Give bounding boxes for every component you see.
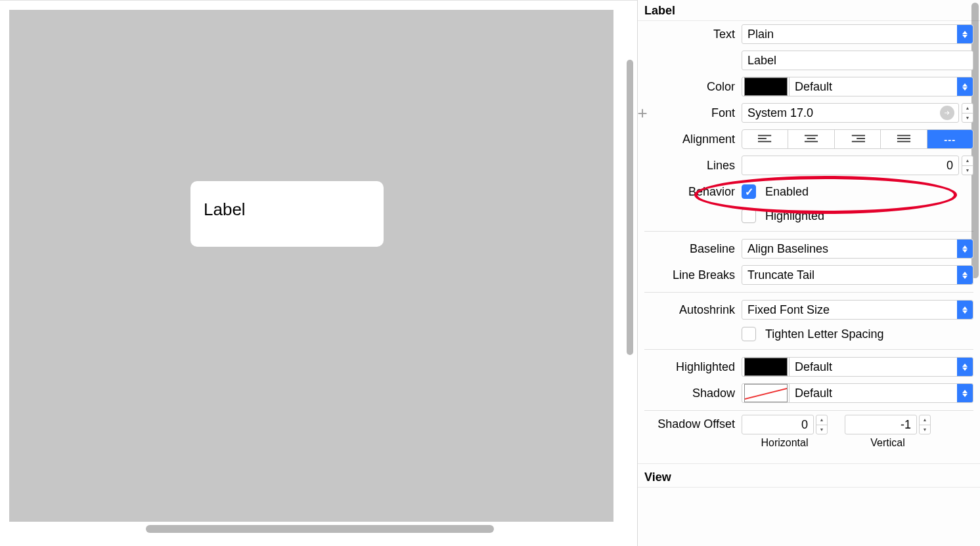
baseline-label: Baseline bbox=[643, 242, 742, 256]
canvas-vertical-scrollbar[interactable] bbox=[627, 60, 633, 355]
shadow-offset-label: Shadow Offset bbox=[643, 415, 742, 431]
text-style-popup[interactable]: Plain bbox=[742, 24, 973, 44]
highlighted-color-label: Highlighted bbox=[643, 360, 742, 374]
font-label: Font bbox=[643, 106, 742, 120]
color-swatch-icon bbox=[744, 77, 788, 96]
font-picker-icon[interactable] bbox=[940, 106, 954, 120]
shadow-offset-horizontal-sublabel: Horizontal bbox=[761, 437, 808, 449]
highlighted-color-picker[interactable]: Default bbox=[742, 357, 973, 377]
stepper-up-icon: ▲ bbox=[962, 156, 973, 166]
svg-rect-3 bbox=[805, 135, 818, 136]
stepper-down-icon: ▼ bbox=[920, 425, 930, 434]
lines-field[interactable]: 0 bbox=[742, 156, 959, 175]
canvas-area[interactable]: Label bbox=[0, 0, 637, 546]
chevron-updown-icon bbox=[957, 240, 973, 258]
lines-label: Lines bbox=[643, 159, 742, 173]
tighten-label: Tighten Letter Spacing bbox=[765, 327, 883, 341]
font-value: System 17.0 bbox=[747, 106, 813, 120]
stepper-up-icon: ▲ bbox=[962, 104, 973, 114]
uilabel-preview[interactable]: Label bbox=[190, 181, 384, 247]
shadow-color-label: Shadow bbox=[643, 387, 742, 400]
autoshrink-label: Autoshrink bbox=[643, 303, 742, 317]
chevron-updown-icon bbox=[957, 358, 973, 376]
divider bbox=[644, 349, 973, 350]
canvas-horizontal-scrollbar[interactable] bbox=[146, 525, 494, 533]
shadow-offset-horizontal-field[interactable]: 0 bbox=[742, 415, 814, 434]
align-natural-glyph: --- bbox=[944, 134, 956, 145]
stepper-down-icon: ▼ bbox=[816, 425, 827, 434]
text-value-field[interactable]: Label bbox=[742, 51, 973, 70]
attributes-inspector: Label Text Plain Label bbox=[637, 0, 980, 546]
text-style-value: Plain bbox=[747, 28, 774, 41]
section-header-label: Label bbox=[638, 0, 980, 21]
lines-stepper[interactable]: ▲ ▼ bbox=[962, 156, 973, 175]
baseline-popup[interactable]: Align Baselines bbox=[742, 239, 973, 259]
svg-rect-4 bbox=[807, 138, 816, 139]
color-value: Default bbox=[790, 77, 957, 96]
text-color-picker[interactable]: Default bbox=[742, 77, 973, 96]
align-center-button[interactable] bbox=[788, 130, 834, 148]
shadow-offset-vertical-stepper[interactable]: ▲ ▼ bbox=[919, 415, 931, 434]
chevron-updown-icon bbox=[957, 301, 973, 319]
alignment-segmented: --- bbox=[742, 129, 973, 149]
tighten-checkbox[interactable] bbox=[742, 327, 756, 341]
text-value: Label bbox=[747, 54, 776, 68]
lines-value: 0 bbox=[947, 159, 953, 173]
alignment-label: Alignment bbox=[643, 133, 742, 146]
svg-rect-9 bbox=[897, 135, 910, 136]
canvas-background[interactable] bbox=[9, 10, 613, 522]
svg-rect-11 bbox=[897, 141, 910, 142]
shadow-color-picker[interactable]: Default bbox=[742, 383, 973, 403]
chevron-updown-icon bbox=[957, 77, 973, 96]
linebreaks-value: Truncate Tail bbox=[747, 268, 814, 282]
autoshrink-value: Fixed Font Size bbox=[747, 303, 830, 317]
chevron-updown-icon bbox=[957, 25, 973, 43]
color-label: Color bbox=[643, 80, 742, 94]
linebreaks-label: Line Breaks bbox=[643, 268, 742, 282]
baseline-value: Align Baselines bbox=[747, 242, 828, 256]
svg-rect-7 bbox=[857, 138, 865, 139]
font-size-stepper[interactable]: ▲ ▼ bbox=[962, 103, 973, 123]
svg-rect-0 bbox=[758, 135, 771, 136]
divider bbox=[644, 410, 973, 411]
text-label: Text bbox=[643, 28, 742, 41]
svg-rect-6 bbox=[851, 135, 864, 136]
enabled-label: Enabled bbox=[765, 185, 809, 199]
svg-rect-5 bbox=[805, 141, 818, 142]
divider bbox=[644, 292, 973, 293]
linebreaks-popup[interactable]: Truncate Tail bbox=[742, 265, 973, 285]
enabled-checkbox[interactable] bbox=[742, 184, 756, 199]
svg-rect-1 bbox=[758, 138, 767, 139]
color-swatch-icon bbox=[744, 358, 788, 376]
stepper-down-icon: ▼ bbox=[962, 114, 973, 123]
shadow-offset-horizontal-value: 0 bbox=[801, 418, 808, 432]
behavior-label: Behavior bbox=[643, 185, 742, 199]
svg-rect-2 bbox=[758, 141, 771, 142]
shadow-offset-vertical-sublabel: Vertical bbox=[870, 437, 904, 449]
stepper-down-icon: ▼ bbox=[962, 166, 973, 175]
chevron-updown-icon bbox=[957, 266, 973, 284]
shadow-offset-horizontal-stepper[interactable]: ▲ ▼ bbox=[816, 415, 828, 434]
shadow-offset-vertical-value: -1 bbox=[901, 418, 911, 432]
chevron-updown-icon bbox=[957, 384, 973, 402]
highlighted-color-value: Default bbox=[790, 358, 957, 376]
shadow-color-value: Default bbox=[790, 384, 957, 402]
stepper-up-icon: ▲ bbox=[816, 415, 827, 425]
add-font-variant-button[interactable]: + bbox=[637, 106, 650, 120]
svg-rect-10 bbox=[897, 138, 910, 139]
align-left-button[interactable] bbox=[742, 130, 788, 148]
no-color-swatch-icon bbox=[744, 384, 788, 402]
svg-rect-8 bbox=[851, 141, 864, 142]
stepper-up-icon: ▲ bbox=[920, 415, 930, 425]
section-header-view: View bbox=[638, 463, 980, 488]
font-field[interactable]: System 17.0 bbox=[742, 103, 959, 123]
divider bbox=[644, 231, 973, 232]
shadow-offset-vertical-field[interactable]: -1 bbox=[845, 415, 917, 434]
align-justify-button[interactable] bbox=[881, 130, 927, 148]
align-natural-button[interactable]: --- bbox=[927, 130, 973, 148]
uilabel-preview-text: Label bbox=[204, 200, 246, 219]
autoshrink-popup[interactable]: Fixed Font Size bbox=[742, 300, 973, 320]
highlighted-checkbox[interactable] bbox=[742, 209, 756, 223]
highlighted-checkbox-label: Highlighted bbox=[765, 209, 824, 223]
align-right-button[interactable] bbox=[835, 130, 881, 148]
